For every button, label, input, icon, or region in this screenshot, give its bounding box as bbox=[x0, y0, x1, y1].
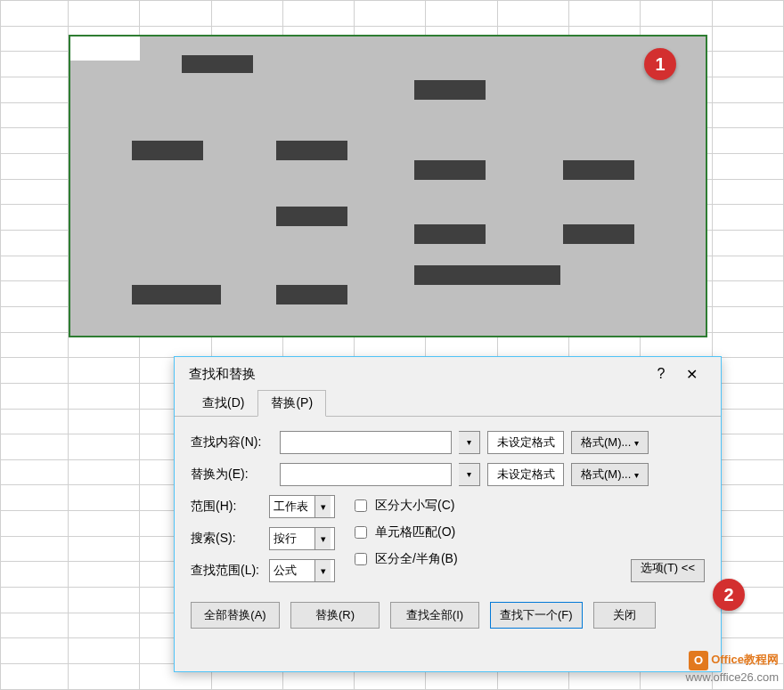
find-what-label: 查找内容(N): bbox=[191, 434, 273, 451]
chevron-down-icon: ▾ bbox=[314, 496, 331, 517]
filled-cell[interactable] bbox=[132, 285, 221, 304]
active-cell[interactable] bbox=[70, 37, 140, 61]
replace-format-button[interactable]: 格式(M)...▾ bbox=[571, 463, 649, 486]
dialog-tabs: 查找(D) 替换(P) bbox=[175, 391, 721, 417]
close-button[interactable]: ✕ bbox=[676, 361, 706, 386]
dialog-title: 查找和替换 bbox=[189, 366, 256, 383]
logo-icon: O bbox=[689, 651, 708, 670]
find-format-button[interactable]: 格式(M)...▾ bbox=[571, 431, 649, 454]
filled-cell[interactable] bbox=[563, 160, 634, 180]
tab-replace[interactable]: 替换(P) bbox=[257, 390, 326, 417]
chevron-down-icon: ▾ bbox=[634, 438, 639, 448]
filled-cell[interactable] bbox=[182, 55, 253, 73]
filled-cell[interactable] bbox=[563, 224, 634, 244]
within-label: 范围(H): bbox=[191, 499, 262, 515]
filled-cell[interactable] bbox=[276, 207, 347, 226]
annotation-badge-1: 1 bbox=[644, 48, 676, 80]
find-history-dropdown[interactable]: ▾ bbox=[459, 431, 480, 454]
replace-history-dropdown[interactable]: ▾ bbox=[459, 463, 480, 486]
match-entire-cell-checkbox[interactable]: 单元格匹配(O) bbox=[351, 524, 458, 541]
search-select[interactable]: 按行▾ bbox=[269, 527, 335, 550]
find-all-button[interactable]: 查找全部(I) bbox=[390, 602, 479, 629]
within-select[interactable]: 工作表▾ bbox=[269, 495, 335, 518]
dialog-titlebar[interactable]: 查找和替换 ? ✕ bbox=[175, 357, 721, 391]
filled-cell[interactable] bbox=[414, 160, 486, 180]
replace-format-preview: 未设定格式 bbox=[487, 463, 564, 486]
replace-button[interactable]: 替换(R) bbox=[290, 602, 380, 629]
replace-with-label: 替换为(E): bbox=[191, 467, 273, 483]
lookin-select[interactable]: 公式▾ bbox=[269, 559, 335, 582]
find-what-input[interactable] bbox=[280, 431, 452, 454]
search-label: 搜索(S): bbox=[191, 531, 262, 547]
match-case-checkbox[interactable]: 区分大小写(C) bbox=[351, 497, 458, 515]
close-icon: ✕ bbox=[686, 366, 698, 383]
filled-cell[interactable] bbox=[414, 265, 560, 285]
filled-cell[interactable] bbox=[132, 141, 203, 160]
filled-cell[interactable] bbox=[276, 285, 347, 304]
filled-cell[interactable] bbox=[276, 141, 347, 160]
chevron-down-icon: ▾ bbox=[467, 469, 471, 479]
close-dialog-button[interactable]: 关闭 bbox=[593, 602, 656, 629]
annotation-badge-2: 2 bbox=[713, 579, 745, 611]
replace-all-button[interactable]: 全部替换(A) bbox=[191, 602, 280, 629]
replace-with-input[interactable] bbox=[280, 463, 452, 486]
find-format-preview: 未设定格式 bbox=[487, 431, 564, 454]
chevron-down-icon: ▾ bbox=[314, 528, 331, 549]
watermark: OOffice教程网 www.office26.com bbox=[685, 651, 779, 685]
find-replace-dialog: 查找和替换 ? ✕ 查找(D) 替换(P) 查找内容(N): ▾ 未设定格式 格… bbox=[174, 356, 722, 672]
chevron-down-icon: ▾ bbox=[467, 437, 471, 447]
lookin-label: 查找范围(L): bbox=[191, 563, 262, 579]
chevron-down-icon: ▾ bbox=[314, 560, 331, 581]
filled-cell[interactable] bbox=[414, 80, 486, 100]
tab-find[interactable]: 查找(D) bbox=[189, 390, 257, 416]
find-next-button[interactable]: 查找下一个(F) bbox=[490, 602, 583, 629]
match-byte-checkbox[interactable]: 区分全/半角(B) bbox=[351, 550, 458, 568]
chevron-down-icon: ▾ bbox=[634, 470, 639, 480]
help-button[interactable]: ? bbox=[646, 361, 676, 386]
filled-cell[interactable] bbox=[414, 224, 486, 244]
options-toggle-button[interactable]: 选项(T) << bbox=[631, 559, 705, 582]
